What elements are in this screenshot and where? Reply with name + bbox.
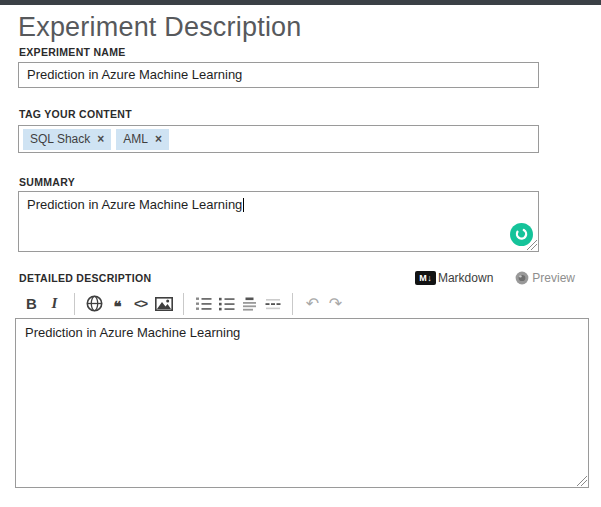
detailed-description-label: DETAILED DESCRIPTION (19, 272, 151, 284)
toolbar-divider (292, 293, 293, 315)
tag-chip-label: SQL Shack (30, 132, 90, 146)
resize-handle[interactable] (527, 240, 537, 250)
summary-value: Prediction in Azure Machine Learning (27, 197, 242, 212)
bold-button[interactable]: B (20, 291, 43, 316)
redo-button[interactable]: ↷ (324, 291, 347, 316)
summary-label: SUMMARY (19, 176, 75, 188)
ordered-list-icon (196, 297, 212, 311)
preview-label: Preview (532, 271, 575, 285)
tag-chip-label: AML (123, 132, 148, 146)
tag-remove-icon[interactable]: × (155, 132, 162, 146)
experiment-description-page: Experiment Description EXPERIMENT NAME P… (0, 0, 601, 507)
experiment-name-input[interactable]: Prediction in Azure Machine Learning (18, 62, 539, 88)
text-cursor (243, 198, 244, 212)
heading-icon (242, 297, 257, 311)
detailed-description-value: Prediction in Azure Machine Learning (25, 325, 240, 340)
undo-button[interactable]: ↶ (301, 291, 324, 316)
tag-chip[interactable]: AML × (116, 129, 169, 150)
image-button[interactable] (152, 291, 175, 316)
toolbar-divider (183, 293, 184, 315)
unordered-list-icon (219, 297, 235, 311)
horizontal-rule-icon (265, 297, 281, 311)
heading-button[interactable] (238, 291, 261, 316)
globe-icon (86, 295, 103, 312)
toolbar-divider (74, 293, 75, 315)
image-icon (155, 297, 173, 311)
markdown-mode-bar: M↓ Markdown Preview (415, 271, 575, 285)
italic-button[interactable]: I (43, 291, 66, 316)
tags-input[interactable]: SQL Shack × AML × (18, 125, 539, 153)
markdown-label: Markdown (438, 271, 493, 285)
resize-handle[interactable] (577, 476, 587, 486)
page-title: Experiment Description (18, 12, 302, 43)
ordered-list-button[interactable] (192, 291, 215, 316)
tag-remove-icon[interactable]: × (97, 132, 104, 146)
code-button[interactable]: <> (129, 291, 152, 316)
window-top-bar (0, 0, 601, 5)
markdown-logo-icon: M↓ (415, 271, 436, 285)
markdown-toolbar: B I ❝ <> (20, 290, 347, 317)
summary-textarea[interactable]: Prediction in Azure Machine Learning (18, 191, 539, 252)
horizontal-rule-button[interactable] (261, 291, 284, 316)
experiment-name-value: Prediction in Azure Machine Learning (27, 67, 242, 82)
tag-chip[interactable]: SQL Shack × (23, 129, 111, 150)
experiment-name-label: EXPERIMENT NAME (19, 46, 126, 58)
preview-toggle[interactable]: Preview (515, 271, 575, 285)
tags-label: TAG YOUR CONTENT (19, 108, 132, 120)
link-globe-button[interactable] (83, 291, 106, 316)
detailed-description-textarea[interactable]: Prediction in Azure Machine Learning (15, 318, 589, 488)
unordered-list-button[interactable] (215, 291, 238, 316)
preview-eye-icon (515, 271, 529, 285)
quote-button[interactable]: ❝ (106, 291, 129, 316)
